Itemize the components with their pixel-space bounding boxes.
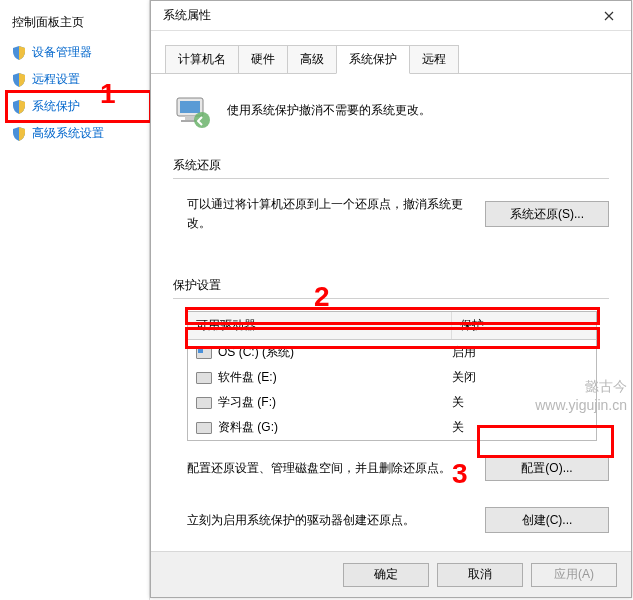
drive-row[interactable]: 学习盘 (F:) 关 — [188, 390, 596, 415]
drive-name: 资料盘 (G:) — [218, 419, 278, 436]
restore-row: 可以通过将计算机还原到上一个还原点，撤消系统更改。 系统还原(S)... — [173, 191, 609, 237]
drive-status: 启用 — [452, 344, 588, 361]
dialog-button-bar: 确定 取消 应用(A) — [151, 551, 631, 597]
intro-text: 使用系统保护撤消不需要的系统更改。 — [227, 92, 431, 119]
create-button[interactable]: 创建(C)... — [485, 507, 609, 533]
disk-icon — [196, 347, 212, 359]
apply-button: 应用(A) — [531, 563, 617, 587]
computer-icon — [173, 92, 213, 135]
tab-hardware[interactable]: 硬件 — [238, 45, 288, 73]
svg-rect-2 — [185, 116, 195, 120]
sidebar-item-remote[interactable]: 远程设置 — [8, 66, 149, 93]
tab-strip: 计算机名 硬件 高级 系统保护 远程 — [151, 31, 631, 74]
intro-row: 使用系统保护撤消不需要的系统更改。 — [173, 88, 609, 151]
tab-remote[interactable]: 远程 — [409, 45, 459, 73]
configure-button[interactable]: 配置(O)... — [485, 455, 609, 481]
system-properties-dialog: 系统属性 计算机名 硬件 高级 系统保护 远程 使用系统保护撤 — [150, 0, 632, 598]
col-status: 保护 — [452, 312, 596, 339]
control-panel-sidebar: 控制面板主页 设备管理器 远程设置 系统保护 高级系统设置 — [0, 0, 150, 600]
system-restore-button[interactable]: 系统还原(S)... — [485, 201, 609, 227]
restore-desc: 可以通过将计算机还原到上一个还原点，撤消系统更改。 — [173, 195, 475, 233]
sidebar-item-advanced[interactable]: 高级系统设置 — [8, 120, 149, 147]
cancel-button[interactable]: 取消 — [437, 563, 523, 587]
drives-header-row: 可用驱动器 保护 — [188, 312, 596, 340]
sidebar-item-label: 系统保护 — [32, 98, 80, 115]
create-row: 立刻为启用系统保护的驱动器创建还原点。 创建(C)... — [173, 503, 609, 537]
sidebar-item-label: 高级系统设置 — [32, 125, 104, 142]
shield-icon — [12, 73, 26, 87]
close-button[interactable] — [587, 1, 631, 31]
col-drive: 可用驱动器 — [188, 312, 452, 339]
drive-name: OS (C:) (系统) — [218, 344, 294, 361]
drive-row[interactable]: 软件盘 (E:) 关闭 — [188, 365, 596, 390]
create-desc: 立刻为启用系统保护的驱动器创建还原点。 — [173, 511, 475, 530]
sidebar-item-system-protection[interactable]: 系统保护 — [5, 90, 152, 123]
svg-point-4 — [194, 112, 210, 128]
section-restore-header: 系统还原 — [173, 151, 609, 178]
tab-computer-name[interactable]: 计算机名 — [165, 45, 239, 73]
shield-icon — [12, 46, 26, 60]
drive-status: 关 — [452, 419, 588, 436]
tab-content: 使用系统保护撤消不需要的系统更改。 系统还原 可以通过将计算机还原到上一个还原点… — [151, 74, 631, 547]
tab-system-protection[interactable]: 系统保护 — [336, 45, 410, 74]
drive-status: 关 — [452, 394, 588, 411]
sidebar-title: 控制面板主页 — [8, 10, 149, 39]
drive-name: 学习盘 (F:) — [218, 394, 276, 411]
section-protect-header: 保护设置 — [173, 271, 609, 298]
drive-status: 关闭 — [452, 369, 588, 386]
disk-icon — [196, 372, 212, 384]
svg-rect-1 — [180, 101, 200, 113]
dialog-title: 系统属性 — [163, 7, 587, 24]
disk-icon — [196, 397, 212, 409]
sidebar-item-label: 设备管理器 — [32, 44, 92, 61]
configure-row: 配置还原设置、管理磁盘空间，并且删除还原点。 配置(O)... — [173, 451, 609, 485]
ok-button[interactable]: 确定 — [343, 563, 429, 587]
sidebar-item-label: 远程设置 — [32, 71, 80, 88]
disk-icon — [196, 422, 212, 434]
tab-advanced[interactable]: 高级 — [287, 45, 337, 73]
sidebar-item-device-manager[interactable]: 设备管理器 — [8, 39, 149, 66]
shield-icon — [12, 127, 26, 141]
drives-table: 可用驱动器 保护 OS (C:) (系统) 启用 软件盘 (E:) 关闭 学习盘… — [187, 311, 597, 441]
titlebar: 系统属性 — [151, 1, 631, 31]
drive-row-os[interactable]: OS (C:) (系统) 启用 — [188, 340, 596, 365]
shield-icon — [12, 100, 26, 114]
configure-desc: 配置还原设置、管理磁盘空间，并且删除还原点。 — [173, 459, 475, 478]
drive-row[interactable]: 资料盘 (G:) 关 — [188, 415, 596, 440]
drive-name: 软件盘 (E:) — [218, 369, 277, 386]
